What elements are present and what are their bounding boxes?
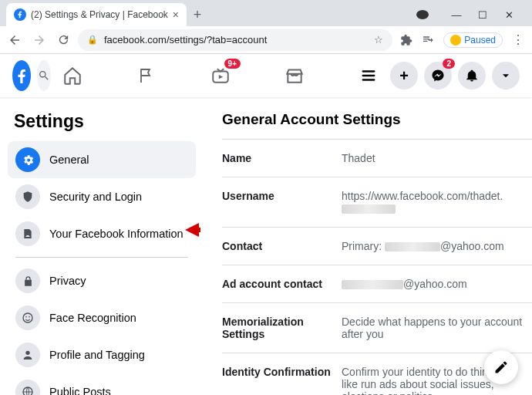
svg-point-3: [29, 316, 30, 318]
gear-icon: [15, 147, 40, 172]
sidebar-item-your-info[interactable]: Your Facebook Information: [8, 215, 196, 252]
svg-point-1: [23, 313, 32, 322]
home-icon[interactable]: [57, 60, 88, 91]
new-tab-button[interactable]: +: [187, 7, 208, 23]
sidebar-item-security[interactable]: Security and Login: [8, 178, 196, 215]
row-label: Ad account contact: [222, 278, 342, 290]
tab-title: (2) Settings & Privacy | Facebook: [31, 9, 168, 20]
page-heading: General Account Settings: [222, 111, 532, 128]
sidebar-divider: [15, 257, 188, 258]
sidebar-item-privacy[interactable]: Privacy: [8, 262, 196, 299]
lock-icon: 🔒: [87, 35, 98, 45]
redacted-text: [342, 280, 403, 289]
paused-label: Paused: [464, 35, 496, 46]
menu-icon[interactable]: ⋮: [512, 32, 524, 47]
marketplace-icon[interactable]: [279, 60, 310, 91]
sidebar-label: Profile and Tagging: [49, 349, 145, 361]
url-text: facebook.com/settings/?tab=account: [104, 34, 267, 46]
back-icon[interactable]: [8, 33, 22, 47]
sidebar-label: Face Recognition: [49, 312, 136, 324]
sidebar-item-general[interactable]: General: [8, 141, 196, 178]
sidebar-label: Your Facebook Information: [49, 228, 184, 240]
facebook-nav: 9+: [57, 60, 384, 91]
svg-point-5: [23, 387, 32, 395]
sidebar-label: Privacy: [49, 275, 86, 287]
sidebar-label: Security and Login: [49, 191, 142, 203]
profile-avatar-icon: [450, 35, 461, 46]
compose-fab[interactable]: [484, 350, 518, 384]
omnibox-actions: ☆: [374, 34, 383, 46]
sidebar-item-face[interactable]: Face Recognition: [8, 299, 196, 336]
row-value: https://www.facebook.com/thadet.: [342, 190, 532, 214]
sidebar-label: General: [49, 154, 89, 166]
row-label: Contact: [222, 240, 342, 252]
extensions-row: Paused ⋮: [400, 32, 524, 48]
row-username[interactable]: Username https://www.facebook.com/thadet…: [222, 177, 532, 227]
svg-point-4: [25, 351, 29, 355]
account-dropdown[interactable]: [492, 62, 520, 89]
profile-doc-icon: [15, 221, 40, 246]
browser-profile-icon[interactable]: [416, 10, 429, 19]
close-window-icon[interactable]: ✕: [503, 9, 515, 21]
row-ad-contact[interactable]: Ad account contact @yahoo.com: [222, 265, 532, 302]
close-tab-icon[interactable]: ×: [173, 8, 179, 21]
address-bar: 🔒 facebook.com/settings/?tab=account ☆ P…: [0, 26, 532, 54]
reload-icon[interactable]: [57, 33, 70, 46]
row-label: Username: [222, 190, 342, 214]
browser-tab[interactable]: (2) Settings & Privacy | Facebook ×: [6, 3, 187, 26]
hamburger-menu-icon[interactable]: [353, 60, 384, 91]
flag-icon[interactable]: [131, 60, 162, 91]
watch-icon[interactable]: 9+: [205, 60, 236, 91]
globe-icon: [15, 380, 40, 395]
row-contact[interactable]: Contact Primary: @yahoo.com: [222, 227, 532, 265]
browser-chrome: (2) Settings & Privacy | Facebook × + — …: [0, 0, 532, 54]
profile-paused[interactable]: Paused: [443, 32, 503, 48]
messenger-badge: 2: [443, 59, 455, 69]
row-label: Name: [222, 152, 342, 164]
row-value: Thadet: [342, 152, 375, 164]
row-label: Memorialization Settings: [222, 316, 342, 340]
extensions-icon[interactable]: [400, 34, 412, 46]
red-arrow-callout: [185, 221, 200, 238]
row-value: Decide what happens to your account afte…: [342, 316, 532, 340]
facebook-logo[interactable]: [12, 60, 31, 91]
watch-badge: 9+: [224, 59, 241, 69]
redacted-text: [342, 204, 396, 214]
messenger-button[interactable]: 2: [424, 62, 452, 89]
tag-icon: [15, 343, 40, 367]
content: Settings General Security and Login Your…: [0, 97, 532, 395]
star-icon[interactable]: ☆: [374, 34, 383, 46]
nav-buttons: [8, 33, 70, 47]
search-button[interactable]: [37, 60, 51, 91]
row-label: Identity Confirmation: [222, 366, 342, 395]
facebook-favicon: [14, 8, 26, 21]
facebook-right-actions: + 2: [390, 62, 520, 89]
sidebar-item-tagging[interactable]: Profile and Tagging: [8, 336, 196, 373]
maximize-icon[interactable]: ☐: [476, 9, 489, 21]
tab-strip: (2) Settings & Privacy | Facebook × + — …: [0, 0, 532, 26]
reading-list-icon[interactable]: [422, 34, 434, 46]
main-panel: General Account Settings Name Thadet Use…: [200, 97, 532, 395]
sidebar-item-public[interactable]: Public Posts: [8, 373, 196, 395]
forward-icon: [32, 33, 46, 47]
minimize-icon[interactable]: —: [450, 9, 463, 21]
create-button[interactable]: +: [390, 62, 418, 89]
notifications-button[interactable]: [458, 62, 486, 89]
row-value: Primary: @yahoo.com: [342, 240, 504, 252]
face-icon: [15, 306, 40, 330]
settings-sidebar: Settings General Security and Login Your…: [0, 97, 200, 395]
window-controls: — ☐ ✕: [416, 9, 526, 21]
svg-point-2: [25, 316, 27, 318]
sidebar-title: Settings: [8, 106, 196, 141]
lock-icon: [15, 268, 40, 293]
row-name[interactable]: Name Thadet: [222, 139, 532, 177]
facebook-header: 9+ + 2: [0, 54, 532, 97]
row-memorial[interactable]: Memorialization Settings Decide what hap…: [222, 302, 532, 353]
row-value: @yahoo.com: [342, 278, 467, 290]
sidebar-label: Public Posts: [49, 386, 111, 395]
shield-icon: [15, 184, 40, 209]
omnibox[interactable]: 🔒 facebook.com/settings/?tab=account ☆: [78, 29, 392, 51]
redacted-text: [385, 242, 440, 252]
